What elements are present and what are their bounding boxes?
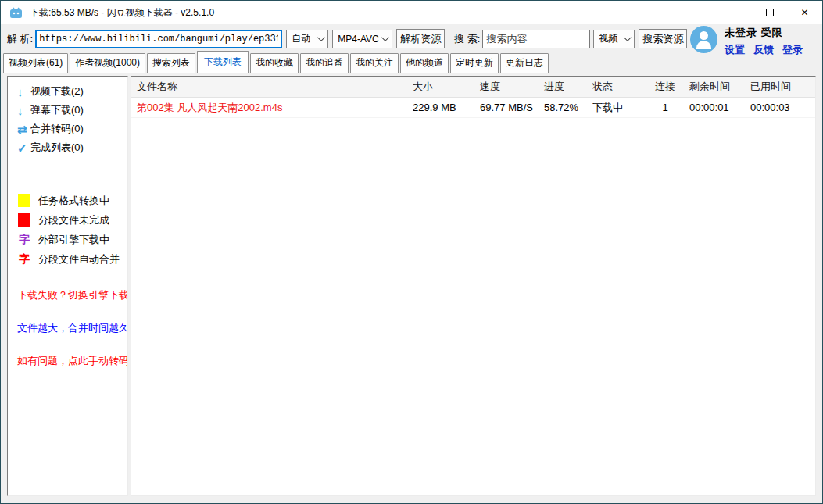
search-label: 搜 索: <box>454 32 480 46</box>
legend-glyph: 字 <box>18 233 30 247</box>
settings-link[interactable]: 设置 <box>725 43 745 57</box>
chevron-down-icon <box>317 34 325 41</box>
column-header-connections[interactable]: 连接 <box>646 80 684 94</box>
cell-progress: 58.72% <box>539 102 587 113</box>
account-text: 未登录 受限 设置反馈登录 <box>725 26 803 57</box>
legend-label: 分段文件自动合并 <box>38 252 120 266</box>
tab-author-videos[interactable]: 作者视频(1000) <box>70 53 145 73</box>
user-avatar-icon[interactable] <box>690 26 717 53</box>
hint-list: 下载失败？切换引擎下载文件越大，合并时间越久如有问题，点此手动转码 <box>8 288 127 368</box>
close-button[interactable]: ✕ <box>787 1 822 24</box>
queue-list: ↓视频下载(2)↓弹幕下载(0)⇄合并转码(0)✓完成列表(0) <box>8 82 127 157</box>
legend-swatch <box>18 213 30 227</box>
download-icon: ↓ <box>17 105 30 116</box>
tab-search-list[interactable]: 搜索列表 <box>147 53 195 73</box>
sidebar-item-label: 完成列表(0) <box>30 141 84 155</box>
check-icon: ✓ <box>17 142 30 154</box>
tab-scheduled-update[interactable]: 定时更新 <box>450 53 499 73</box>
sidebar-item-label: 合并转码(0) <box>30 122 84 136</box>
tab-his-channel[interactable]: 他的频道 <box>400 53 449 73</box>
cell-time-remaining: 00:00:01 <box>684 102 745 113</box>
search-type-value: 视频 <box>599 32 617 45</box>
feedback-link[interactable]: 反馈 <box>753 43 774 57</box>
tab-my-bangumi[interactable]: 我的追番 <box>300 53 349 73</box>
merge-time-hint: 文件越大，合并时间越久 <box>8 321 127 335</box>
login-status: 未登录 受限 <box>725 26 803 40</box>
tab-my-favorites[interactable]: 我的收藏 <box>250 53 299 73</box>
parse-label: 解 析: <box>7 32 33 46</box>
sidebar-item-label: 视频下载(2) <box>30 84 84 98</box>
column-header-file-name[interactable]: 文件名称 <box>131 80 407 94</box>
sidebar: ↓视频下载(2)↓弹幕下载(0)⇄合并转码(0)✓完成列表(0) 任务格式转换中… <box>7 76 128 496</box>
column-header-time-remaining[interactable]: 剩余时间 <box>684 80 745 94</box>
legend-format-converting: 任务格式转换中 <box>8 191 127 210</box>
table-row[interactable]: 第002集 凡人风起天南2002.m4s229.9 MB69.77 MB/S58… <box>131 98 815 118</box>
format-select-value: MP4-AVC <box>338 34 378 45</box>
tab-video-list[interactable]: 视频列表(61) <box>3 53 68 73</box>
tab-my-follows[interactable]: 我的关注 <box>350 53 399 73</box>
cell-time-elapsed: 00:00:03 <box>745 102 815 113</box>
column-header-progress[interactable]: 进度 <box>539 80 587 94</box>
engine-switch-hint[interactable]: 下载失败？切换引擎下载 <box>8 288 127 302</box>
cell-speed: 69.77 MB/S <box>474 102 539 113</box>
cell-status: 下载中 <box>587 101 646 115</box>
title-bar: 下载:65.53 MB/s - 闪豆视频下载器 - v2.5.1.0 ✕ <box>1 1 822 24</box>
legend-label: 任务格式转换中 <box>38 194 109 208</box>
search-input[interactable] <box>482 30 590 48</box>
sidebar-item-video-download[interactable]: ↓视频下载(2) <box>8 82 127 101</box>
legend-label: 分段文件未完成 <box>38 213 109 227</box>
download-icon: ↓ <box>17 86 30 98</box>
column-header-time-elapsed[interactable]: 已用时间 <box>745 80 815 94</box>
legend-external-engine: 字外部引擎下载中 <box>8 230 127 249</box>
legend-list: 任务格式转换中分段文件未完成字外部引擎下载中字分段文件自动合并 <box>8 191 127 269</box>
mode-select-value: 自动 <box>292 32 310 45</box>
legend-segment-incomplete: 分段文件未完成 <box>8 210 127 230</box>
cell-size: 229.9 MB <box>407 102 474 113</box>
minimize-icon <box>730 13 739 13</box>
sidebar-item-merge-transcode[interactable]: ⇄合并转码(0) <box>8 120 127 138</box>
app-window: 下载:65.53 MB/s - 闪豆视频下载器 - v2.5.1.0 ✕ 解 析… <box>0 0 823 504</box>
search-resource-button[interactable]: 搜索资源 <box>639 29 687 48</box>
transcode-icon: ⇄ <box>17 123 30 135</box>
cell-connections: 1 <box>646 102 684 113</box>
close-icon: ✕ <box>800 8 808 17</box>
sidebar-item-danmaku-download[interactable]: ↓弹幕下载(0) <box>8 101 127 120</box>
search-type-select[interactable]: 视频 <box>593 30 635 48</box>
chevron-down-icon <box>381 34 389 41</box>
legend-glyph: 字 <box>18 252 30 266</box>
manual-transcode-hint[interactable]: 如有问题，点此手动转码 <box>8 354 127 368</box>
tab-download-list[interactable]: 下载列表 <box>197 51 249 73</box>
account-links: 设置反馈登录 <box>725 43 803 57</box>
format-select[interactable]: MP4-AVC <box>332 30 392 48</box>
legend-segment-auto-merge: 字分段文件自动合并 <box>8 249 127 269</box>
legend-swatch <box>18 194 30 207</box>
sidebar-item-completed-list[interactable]: ✓完成列表(0) <box>8 138 127 157</box>
download-table-panel: 文件名称大小速度进度状态连接剩余时间已用时间 第002集 凡人风起天南2002.… <box>131 76 816 496</box>
column-header-status[interactable]: 状态 <box>587 80 646 94</box>
parse-resource-button[interactable]: 解析资源 <box>396 29 445 48</box>
maximize-icon <box>766 9 774 16</box>
legend-label: 外部引擎下载中 <box>38 233 109 247</box>
chevron-down-icon <box>624 34 632 41</box>
login-link[interactable]: 登录 <box>782 43 803 57</box>
tab-update-log[interactable]: 更新日志 <box>500 53 549 73</box>
window-title: 下载:65.53 MB/s - 闪豆视频下载器 - v2.5.1.0 <box>30 6 214 20</box>
maximize-button[interactable] <box>752 1 787 24</box>
minimize-button[interactable] <box>717 1 752 24</box>
mode-select[interactable]: 自动 <box>286 30 328 48</box>
url-input[interactable] <box>35 30 282 48</box>
sidebar-item-label: 弹幕下载(0) <box>30 103 84 117</box>
column-header-speed[interactable]: 速度 <box>474 80 539 94</box>
account-area: 未登录 受限 设置反馈登录 <box>690 26 803 57</box>
window-controls: ✕ <box>717 1 822 24</box>
column-header-size[interactable]: 大小 <box>407 80 474 94</box>
content-area: ↓视频下载(2)↓弹幕下载(0)⇄合并转码(0)✓完成列表(0) 任务格式转换中… <box>1 73 822 503</box>
table-body: 第002集 凡人风起天南2002.m4s229.9 MB69.77 MB/S58… <box>131 98 815 118</box>
app-logo-icon <box>9 7 23 19</box>
table-header: 文件名称大小速度进度状态连接剩余时间已用时间 <box>131 77 815 98</box>
cell-file-name: 第002集 凡人风起天南2002.m4s <box>131 101 407 115</box>
